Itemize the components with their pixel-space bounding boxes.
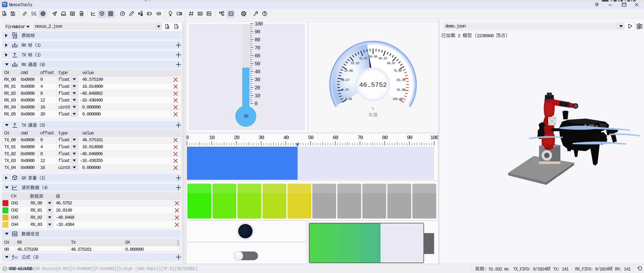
svg-text:46.5752: 46.5752 <box>359 81 387 89</box>
svg-text:60: 60 <box>333 135 338 141</box>
svg-text:TX: TX <box>22 123 28 128</box>
svg-text:2: 2 <box>456 33 463 38</box>
svg-text:RX: RX <box>22 43 28 48</box>
svg-text:TX_FIFO: 0/1024: TX_FIFO: 0/1024 <box>513 267 546 272</box>
svg-text:80: 80 <box>254 37 260 43</box>
svg-text:: 51.032 ms: : 51.032 ms <box>484 267 509 272</box>
svg-text:RX: 141: RX: 141 <box>613 267 630 272</box>
svg-text:100.00: 100.00 <box>392 97 403 101</box>
svg-text:30: 30 <box>254 77 260 83</box>
svg-text:5: 5 <box>41 123 44 128</box>
svg-text:40: 40 <box>283 135 289 141</box>
svg-text:1: 1 <box>37 43 40 48</box>
svg-text:75.00: 75.00 <box>394 69 402 73</box>
svg-text:100: 100 <box>254 21 263 27</box>
svg-text:70: 70 <box>357 135 363 141</box>
svg-text:1: 1 <box>37 53 40 58</box>
svg-text:TX: TX <box>22 53 28 58</box>
svg-text:83.33: 83.33 <box>397 78 405 82</box>
svg-text:16.67: 16.67 <box>341 78 349 82</box>
svg-text:90: 90 <box>407 135 412 141</box>
svg-text:4: 4 <box>44 185 46 191</box>
svg-text:30: 30 <box>258 135 264 141</box>
svg-text:70: 70 <box>254 45 260 51</box>
svg-text:TX: 141: TX: 141 <box>551 267 568 272</box>
svg-text:50.00: 50.00 <box>369 55 377 58</box>
svg-text:100: 100 <box>430 135 438 141</box>
svg-text:20: 20 <box>234 135 240 141</box>
svg-text:50: 50 <box>254 61 260 67</box>
svg-text:0: 0 <box>254 101 258 107</box>
svg-text:2230968: 2230968 <box>477 33 496 38</box>
svg-text:%: % <box>372 107 374 111</box>
svg-text:80: 80 <box>382 135 388 141</box>
svg-text:66.67: 66.67 <box>387 61 396 65</box>
svg-text:0.00: 0.00 <box>345 97 352 101</box>
svg-text:RX_FIFO: 0/1024: RX_FIFO: 0/1024 <box>575 267 608 272</box>
svg-text:25.00: 25.00 <box>344 69 353 73</box>
svg-text:58.33: 58.33 <box>378 57 387 60</box>
svg-text:10: 10 <box>209 135 215 141</box>
svg-text:40: 40 <box>254 69 260 75</box>
svg-text:91.67: 91.67 <box>397 88 405 92</box>
svg-text:RX: RX <box>22 62 28 67</box>
svg-text:1: 1 <box>41 176 44 181</box>
svg-text:60: 60 <box>254 53 260 59</box>
svg-text:90: 90 <box>254 29 260 35</box>
svg-text:GX: GX <box>22 176 28 181</box>
svg-text:8.33: 8.33 <box>342 88 348 92</box>
svg-text:41.67: 41.67 <box>359 57 368 60</box>
svg-text:(x): (x) <box>14 256 17 259</box>
svg-text:33.33: 33.33 <box>350 61 359 65</box>
svg-text:0: 0 <box>186 135 189 141</box>
svg-text:20: 20 <box>254 85 260 91</box>
svg-text:6: 6 <box>41 62 44 67</box>
svg-text:10: 10 <box>254 93 260 99</box>
svg-text:50: 50 <box>308 135 314 141</box>
svg-text:3: 3 <box>35 255 38 260</box>
